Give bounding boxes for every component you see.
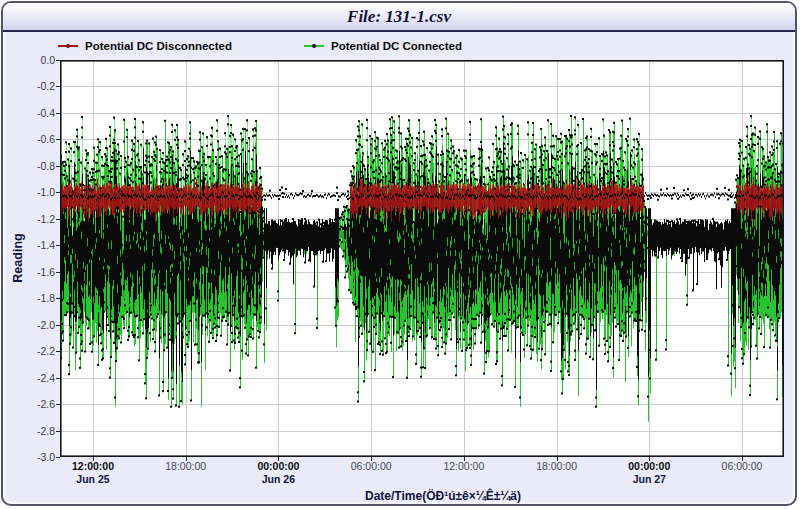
legend-label-disconnected: Potential DC Disconnected — [85, 40, 232, 52]
x-tick-label: 18:00:00 — [515, 460, 599, 472]
screenshot-root: File: 131-1.csv Potential DC Disconnecte… — [0, 0, 800, 509]
y-tick-mark — [56, 113, 60, 114]
y-tick-label: -0.8 — [7, 160, 55, 172]
plot-area — [60, 60, 784, 457]
y-tick-mark — [56, 378, 60, 379]
x-tick-label: 12:00:00 — [51, 460, 135, 472]
y-tick-label: -2.4 — [7, 372, 55, 384]
y-tick-mark — [56, 139, 60, 140]
x-tick-date: Jun 25 — [51, 473, 135, 485]
y-tick-label: -1.8 — [7, 292, 55, 304]
x-axis-title: Date/Time(ÖÐ¹ú±ê×¼Ê±¼ä) — [365, 489, 521, 503]
y-tick-mark — [56, 431, 60, 432]
x-tick-label: 00:00:00 — [607, 460, 691, 472]
y-tick-mark — [56, 192, 60, 193]
legend-item-connected: Potential DC Connected — [304, 40, 462, 52]
window-title: File: 131-1.csv — [347, 7, 451, 27]
y-tick-mark — [56, 272, 60, 273]
title-bar: File: 131-1.csv — [3, 3, 795, 32]
y-tick-mark — [56, 219, 60, 220]
y-tick-label: -0.6 — [7, 133, 55, 145]
x-tick-date: Jun 27 — [607, 473, 691, 485]
y-tick-label: -2.2 — [7, 345, 55, 357]
x-tick-label: 12:00:00 — [422, 460, 506, 472]
y-tick-mark — [56, 325, 60, 326]
x-tick-label: 06:00:00 — [329, 460, 413, 472]
x-tick-label: 18:00:00 — [144, 460, 228, 472]
y-tick-mark — [56, 166, 60, 167]
y-tick-label: -2.8 — [7, 425, 55, 437]
y-tick-mark — [56, 60, 60, 61]
legend-label-connected: Potential DC Connected — [331, 40, 462, 52]
y-tick-label: -3.0 — [7, 451, 55, 463]
y-tick-label: -2.0 — [7, 319, 55, 331]
legend-item-disconnected: Potential DC Disconnected — [58, 40, 232, 52]
y-tick-label: -1.4 — [7, 239, 55, 251]
y-tick-label: -2.6 — [7, 398, 55, 410]
y-tick-mark — [56, 86, 60, 87]
green-line-marker-icon — [304, 44, 324, 48]
y-tick-label: -0.4 — [7, 107, 55, 119]
legend: Potential DC Disconnected Potential DC C… — [58, 40, 462, 52]
y-tick-mark — [56, 245, 60, 246]
y-tick-label: 0.0 — [7, 54, 55, 66]
red-line-marker-icon — [58, 44, 78, 48]
y-tick-mark — [56, 457, 60, 458]
y-tick-label: -1.0 — [7, 186, 55, 198]
y-tick-mark — [56, 351, 60, 352]
x-tick-label: 06:00:00 — [700, 460, 784, 472]
y-tick-label: -1.6 — [7, 266, 55, 278]
y-tick-mark — [56, 298, 60, 299]
chart-window: File: 131-1.csv Potential DC Disconnecte… — [1, 1, 797, 506]
x-tick-date: Jun 26 — [236, 473, 320, 485]
x-tick-label: 00:00:00 — [236, 460, 320, 472]
y-tick-label: -0.2 — [7, 80, 55, 92]
y-tick-label: -1.2 — [7, 213, 55, 225]
y-tick-mark — [56, 404, 60, 405]
chart-canvas — [60, 60, 784, 457]
